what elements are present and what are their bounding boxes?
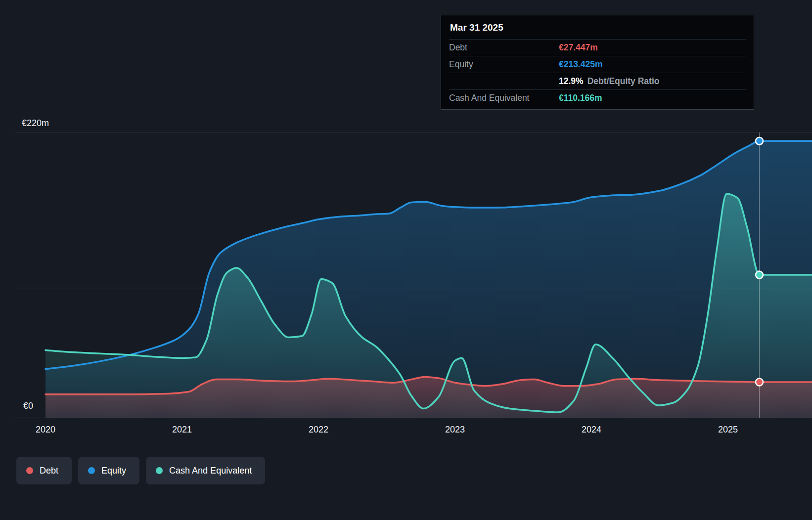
x-tick-2022: 2022 xyxy=(309,425,328,435)
y-axis-max-label: €220m xyxy=(22,118,49,129)
tooltip-equity-row: Equity €213.425m xyxy=(449,56,746,73)
tooltip-debt-value: €27.447m xyxy=(559,43,598,53)
x-tick-2025: 2025 xyxy=(718,425,738,435)
cash-series-dot-icon xyxy=(156,467,163,474)
equity-series-dot-icon xyxy=(88,467,95,474)
tooltip-ratio-percent: 12.9% xyxy=(559,76,584,87)
tooltip-debt-row: Debt €27.447m xyxy=(449,39,746,56)
tooltip-equity-value: €213.425m xyxy=(559,59,603,70)
y-axis-zero-label: €0 xyxy=(23,401,33,411)
x-tick-2021: 2021 xyxy=(172,425,192,435)
tooltip-debt-label: Debt xyxy=(449,43,559,53)
legend-equity-label: Equity xyxy=(101,466,126,476)
x-tick-2020: 2020 xyxy=(36,425,55,435)
tooltip-equity-label: Equity xyxy=(449,59,559,70)
legend-item-equity[interactable]: Equity xyxy=(78,457,139,484)
tooltip-cash-value: €110.166m xyxy=(559,93,602,103)
tooltip-ratio-row: 12.9% Debt/Equity Ratio xyxy=(449,73,746,89)
x-tick-2023: 2023 xyxy=(445,425,465,435)
legend-cash-label: Cash And Equivalent xyxy=(169,466,252,476)
tooltip-date: Mar 31 2025 xyxy=(449,15,746,39)
x-tick-2024: 2024 xyxy=(582,425,601,435)
tooltip-cash-row: Cash And Equivalent €110.166m xyxy=(449,89,746,106)
tooltip-ratio-label: Debt/Equity Ratio xyxy=(587,76,660,87)
tooltip-cash-label: Cash And Equivalent xyxy=(449,93,559,103)
hover-tooltip: Mar 31 2025 Debt €27.447m Equity €213.42… xyxy=(441,15,754,110)
debt-series-dot-icon xyxy=(26,467,33,474)
legend-item-debt[interactable]: Debt xyxy=(16,457,72,484)
legend: Debt Equity Cash And Equivalent xyxy=(16,457,265,484)
legend-item-cash[interactable]: Cash And Equivalent xyxy=(146,457,265,484)
legend-debt-label: Debt xyxy=(40,466,58,476)
